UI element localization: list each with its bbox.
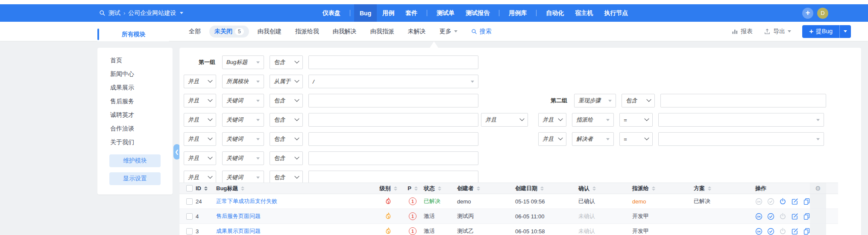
edit-bug-icon[interactable] <box>791 213 798 220</box>
export-button[interactable]: 导出 <box>764 28 791 35</box>
sidebar-item-cooperation[interactable]: 合作洽谈 <box>97 122 173 136</box>
operator-select[interactable]: 包含 <box>270 94 303 107</box>
chevron-down-icon[interactable] <box>180 12 183 14</box>
close-bug-icon[interactable] <box>779 198 786 205</box>
andor-select[interactable]: 并且 <box>184 132 216 146</box>
operator-select[interactable]: 包含 <box>270 151 303 165</box>
sidebar-header-all-modules[interactable]: 所有模块 <box>97 27 179 41</box>
sort-icon[interactable] <box>204 186 208 191</box>
header-confirmed[interactable]: 确认 <box>571 185 622 192</box>
operator-select[interactable]: 包含 <box>270 113 303 127</box>
checkbox[interactable] <box>186 213 193 220</box>
andor-select[interactable]: 并且 <box>184 113 216 127</box>
menu-item-dashboard[interactable]: 仪表盘 <box>317 4 346 22</box>
module-combo[interactable]: / <box>308 75 478 88</box>
user-combo[interactable] <box>658 113 824 127</box>
sidebar-item-achievements[interactable]: 成果展示 <box>97 81 173 95</box>
tab-assigned-to-me[interactable]: 指派给我 <box>290 26 324 38</box>
sort-icon[interactable] <box>438 186 441 191</box>
tab-unresolved[interactable]: 未解决 <box>403 26 431 38</box>
sort-icon[interactable] <box>241 186 244 191</box>
copy-bug-icon[interactable] <box>803 198 810 205</box>
checkbox[interactable] <box>186 185 193 191</box>
sidebar-item-recruit[interactable]: 诚聘英才 <box>97 108 173 122</box>
resolve-bug-icon[interactable] <box>767 228 774 235</box>
close-bug-icon[interactable] <box>779 228 786 235</box>
field-select[interactable]: 关键词 <box>222 132 264 146</box>
breadcrumb-product[interactable]: 公司企业网站建设 <box>128 9 176 17</box>
operator-select[interactable]: 包含 <box>622 94 655 107</box>
search-icon[interactable] <box>99 10 106 16</box>
tab-resolved-by-me[interactable]: 由我解决 <box>328 26 362 38</box>
andor-select[interactable]: 并且 <box>538 113 566 127</box>
header-id[interactable]: ID <box>196 185 216 191</box>
copy-bug-icon[interactable] <box>803 228 810 235</box>
header-assignee[interactable]: 指派给 <box>622 185 686 192</box>
sidebar-item-news[interactable]: 新闻中心 <box>97 67 173 81</box>
confirm-bug-icon[interactable]: OK <box>755 198 762 205</box>
tab-unclosed[interactable]: 未关闭 5 <box>209 26 249 38</box>
tab-opened-by-me[interactable]: 由我创建 <box>252 26 287 38</box>
field-select[interactable]: 重现步骤 <box>574 94 616 107</box>
value-input[interactable] <box>308 94 478 107</box>
header-priority[interactable]: P <box>402 185 424 191</box>
menu-item-host[interactable]: 宿主机 <box>569 4 598 22</box>
sort-icon[interactable] <box>477 186 480 191</box>
field-select[interactable]: 指派给 <box>572 113 614 127</box>
header-status[interactable]: 状态 <box>424 185 457 192</box>
maintain-modules-button[interactable]: 维护模块 <box>109 154 161 167</box>
resolve-bug-icon[interactable] <box>767 198 774 205</box>
quick-create-button[interactable]: + <box>802 8 813 19</box>
sidebar-item-about[interactable]: 关于我们 <box>97 136 173 149</box>
andor-select[interactable]: 并且 <box>184 94 216 107</box>
menu-item-testreport[interactable]: 测试报告 <box>460 4 495 22</box>
tab-search[interactable]: 搜索 <box>466 26 497 38</box>
copy-bug-icon[interactable] <box>803 213 810 220</box>
field-select[interactable]: 关键词 <box>222 151 264 165</box>
create-bug-button[interactable]: + 提Bug <box>802 25 839 38</box>
display-settings-button[interactable]: 显示设置 <box>109 172 161 185</box>
checkbox[interactable] <box>186 198 193 205</box>
sort-icon[interactable] <box>414 186 418 191</box>
operator-select[interactable]: 包含 <box>270 55 303 69</box>
bug-title-link[interactable]: 正常下单成功后支付失败 <box>216 197 277 205</box>
andor-select[interactable]: 并且 <box>184 151 216 165</box>
sort-icon[interactable] <box>652 186 655 191</box>
sidebar-item-home[interactable]: 首页 <box>97 54 173 67</box>
sidebar-item-aftersales[interactable]: 售后服务 <box>97 95 173 108</box>
avatar[interactable]: D <box>817 8 828 19</box>
field-select[interactable]: 关键词 <box>222 94 264 107</box>
confirm-bug-icon[interactable]: OK <box>755 228 762 235</box>
sort-icon[interactable] <box>708 186 711 191</box>
value-input[interactable] <box>308 132 478 146</box>
value-input[interactable] <box>308 55 478 69</box>
field-select[interactable]: 解决者 <box>572 132 614 146</box>
menu-item-automation[interactable]: 自动化 <box>540 4 569 22</box>
group-andor-select[interactable]: 并且 <box>481 113 528 127</box>
sort-icon[interactable] <box>540 186 544 191</box>
confirm-bug-icon[interactable]: OK <box>755 213 762 220</box>
sort-icon[interactable] <box>592 186 596 191</box>
andor-select[interactable]: 并且 <box>538 132 566 146</box>
value-input[interactable] <box>308 113 478 127</box>
header-resolution[interactable]: 方案 <box>686 185 750 192</box>
resolve-bug-icon[interactable] <box>767 213 774 220</box>
menu-item-testtask[interactable]: 测试单 <box>431 4 460 22</box>
bug-title-link[interactable]: 售后服务页面问题 <box>216 212 261 220</box>
operator-select[interactable]: = <box>619 113 653 127</box>
sort-icon[interactable] <box>394 186 397 191</box>
field-select[interactable]: 关键词 <box>222 113 264 127</box>
header-title[interactable]: Bug标题 <box>216 185 375 192</box>
header-severity[interactable]: 级别 <box>375 185 402 192</box>
close-bug-icon[interactable] <box>779 213 786 220</box>
report-button[interactable]: 报表 <box>732 28 753 35</box>
menu-item-suite[interactable]: 套件 <box>400 4 423 22</box>
value-input[interactable] <box>308 151 478 165</box>
header-creator[interactable]: 创建者 <box>457 185 507 192</box>
create-bug-dropdown[interactable] <box>839 25 851 38</box>
menu-item-bug[interactable]: Bug <box>354 4 377 22</box>
tab-all[interactable]: 全部 <box>184 26 206 38</box>
tab-assigned-by-me[interactable]: 由我指派 <box>365 26 399 38</box>
menu-item-node[interactable]: 执行节点 <box>598 4 633 22</box>
column-settings-button[interactable]: ⚙ <box>810 183 826 194</box>
